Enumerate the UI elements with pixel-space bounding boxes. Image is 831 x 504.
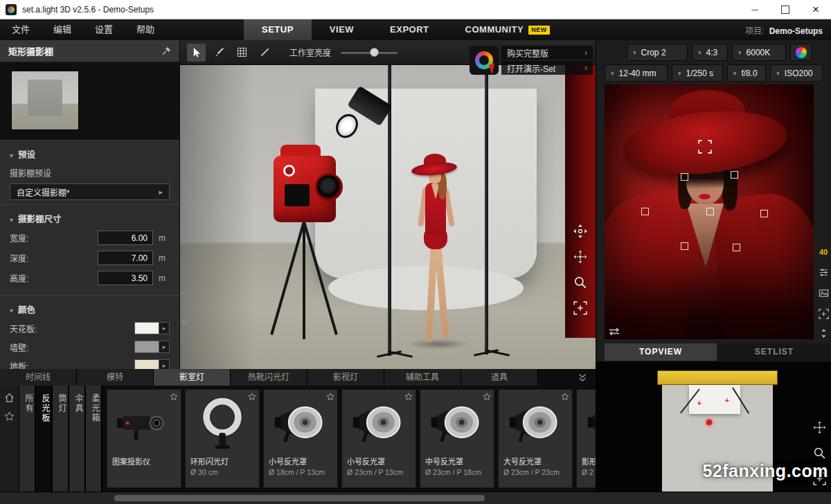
library-item[interactable]: 图案投影仪 bbox=[107, 389, 181, 488]
tab-community[interactable]: COMMUNITY NEW bbox=[447, 19, 568, 40]
pin-icon[interactable] bbox=[162, 46, 171, 55]
minimize-button[interactable] bbox=[740, 0, 770, 19]
slider-track[interactable] bbox=[341, 52, 397, 54]
dimensions-section-title[interactable]: 摄影棚尺寸 bbox=[10, 212, 170, 225]
gallery-icon[interactable] bbox=[817, 287, 830, 299]
aperture-dropdown[interactable]: f/8.0 bbox=[727, 64, 766, 82]
favorite-star-icon[interactable] bbox=[404, 393, 413, 401]
favorite-star-icon[interactable] bbox=[561, 393, 569, 401]
tab-export[interactable]: EXPORT bbox=[372, 19, 447, 40]
color-wheel-button[interactable] bbox=[790, 44, 812, 61]
crop-dropdown[interactable]: Crop 2 bbox=[627, 44, 688, 61]
dimensions-section: 摄影棚尺寸 宽度: m 深度: m 高度: m bbox=[0, 204, 179, 295]
presets-section-title[interactable]: 预设 bbox=[10, 147, 170, 161]
tab-models[interactable]: 模特 bbox=[77, 369, 154, 386]
studio-thumbnail[interactable] bbox=[11, 71, 79, 130]
library-item[interactable]: 环形闪光灯 Ø 30 cm bbox=[185, 389, 260, 488]
studio-preset-dropdown[interactable]: 自定义摄影棚* bbox=[10, 183, 170, 200]
measure-tool-button[interactable] bbox=[256, 44, 274, 62]
menu-edit[interactable]: 编辑 bbox=[42, 19, 83, 40]
iso-dropdown[interactable]: ISO200 bbox=[770, 64, 823, 82]
library-item[interactable]: 小号反光罩 Ø 18cm / P 13cm bbox=[263, 389, 338, 488]
maximize-button[interactable] bbox=[770, 0, 801, 19]
menu-settings[interactable]: 设置 bbox=[83, 19, 125, 40]
exposure-sliders-icon[interactable] bbox=[817, 266, 830, 278]
project-label: 项目: bbox=[745, 26, 764, 36]
tab-setlist[interactable]: SETLIST bbox=[718, 343, 830, 361]
depth-input[interactable] bbox=[98, 251, 153, 265]
topview-pan-icon[interactable] bbox=[813, 421, 826, 434]
library-item-grid: 图案投影仪 环形闪光灯 Ø 30 cm 小号反光罩 Ø 18cm / P 13c… bbox=[102, 386, 596, 492]
collapse-library-icon[interactable] bbox=[569, 369, 596, 386]
studio-camera bbox=[267, 141, 357, 342]
3d-scene[interactable] bbox=[180, 65, 596, 369]
floor-color-picker[interactable] bbox=[134, 359, 170, 369]
grid-toggle-button[interactable] bbox=[233, 44, 251, 62]
project-name: Demo-Setups bbox=[769, 26, 823, 36]
tab-speedlights[interactable]: 热靴闪光灯 bbox=[231, 369, 307, 386]
orbit-tool-icon[interactable] bbox=[573, 250, 587, 264]
frame-overlay-icon[interactable] bbox=[817, 307, 830, 320]
aspect-ratio-dropdown[interactable]: 4:3 bbox=[692, 44, 728, 61]
library-item[interactable]: 大号反光罩 Ø 23cm / P 23cm bbox=[498, 389, 573, 488]
viewport-nav bbox=[573, 224, 587, 315]
favorite-star-icon[interactable] bbox=[483, 393, 491, 401]
favorite-star-icon[interactable] bbox=[248, 393, 256, 401]
panel-title: 矩形摄影棚 bbox=[8, 44, 53, 57]
slider-handle[interactable] bbox=[370, 48, 379, 57]
wall-color-picker[interactable] bbox=[134, 341, 170, 353]
home-filter-icon[interactable] bbox=[4, 393, 15, 403]
tab-topview[interactable]: TOPVIEW bbox=[605, 343, 717, 361]
project-indicator: 项目: Demo-Setups bbox=[745, 24, 831, 36]
category-umbrellas[interactable]: 伞具 bbox=[69, 386, 86, 492]
menu-file[interactable]: 文件 bbox=[0, 19, 42, 40]
stepper-arrows-icon[interactable] bbox=[817, 327, 830, 339]
tab-timeline[interactable]: 时间线 bbox=[0, 369, 77, 386]
swap-view-icon[interactable] bbox=[608, 327, 620, 336]
pan-tool-icon[interactable] bbox=[573, 224, 587, 238]
library-item[interactable]: 中号反光罩 Ø 23cm / P 18cm bbox=[420, 389, 494, 488]
tab-tools[interactable]: 辅助工具 bbox=[384, 369, 461, 386]
horizontal-scrollbar[interactable] bbox=[0, 492, 831, 504]
favorite-star-icon[interactable] bbox=[326, 393, 334, 401]
preset-label: 摄影棚预设 bbox=[10, 167, 170, 179]
select-tool-button[interactable] bbox=[187, 44, 206, 62]
colors-section-title[interactable]: 颜色 bbox=[10, 303, 170, 316]
camera-preview[interactable] bbox=[605, 84, 814, 339]
category-all[interactable]: 所有 bbox=[19, 386, 36, 492]
ceiling-color-picker[interactable] bbox=[134, 322, 170, 334]
topview-light-marker bbox=[725, 397, 729, 404]
fit-view-icon[interactable] bbox=[573, 301, 587, 315]
library-item[interactable]: 小号反光罩 Ø 23cm / P 13cm bbox=[341, 389, 416, 488]
category-tubes[interactable]: 筒灯 bbox=[53, 386, 69, 492]
af-point bbox=[641, 208, 649, 215]
open-demo-set-button[interactable]: 打开演示-Set bbox=[501, 61, 593, 75]
library-item[interactable]: 影形反光罩 Ø 2 bbox=[576, 389, 596, 488]
favorite-star-icon[interactable] bbox=[170, 393, 178, 401]
category-reflectors[interactable]: 反光板 bbox=[36, 386, 53, 492]
tab-studio-lights[interactable]: 影室灯 bbox=[154, 369, 231, 386]
promo-overlay: 购买完整版 打开演示-Set bbox=[470, 46, 593, 75]
viewport: 工作室亮度 bbox=[180, 40, 596, 369]
tab-props[interactable]: 道具 bbox=[461, 369, 538, 386]
tab-view[interactable]: VIEW bbox=[312, 19, 372, 40]
close-button[interactable] bbox=[801, 0, 831, 19]
width-input[interactable] bbox=[98, 231, 153, 245]
brush-tool-button[interactable] bbox=[210, 44, 229, 62]
ceiling-label: 天花板: bbox=[10, 323, 37, 334]
tab-continuous-lights[interactable]: 影视灯 bbox=[307, 369, 384, 386]
menu-help[interactable]: 帮助 bbox=[125, 19, 166, 40]
height-input[interactable] bbox=[98, 271, 153, 285]
scrollbar-thumb[interactable] bbox=[114, 495, 485, 501]
white-balance-dropdown[interactable]: 6000K bbox=[732, 44, 786, 61]
buy-full-version-button[interactable]: 购买完整版 bbox=[501, 46, 593, 60]
collapse-left-panel-button[interactable] bbox=[181, 316, 188, 328]
topview-zoom-icon[interactable] bbox=[813, 447, 826, 460]
lens-dropdown[interactable]: 12-40 mm bbox=[605, 64, 668, 82]
studio-brightness-slider[interactable] bbox=[341, 44, 397, 62]
category-softboxes[interactable]: 柔光箱 bbox=[86, 386, 102, 492]
zoom-tool-icon[interactable] bbox=[573, 276, 587, 289]
tab-setup[interactable]: SETUP bbox=[244, 19, 312, 40]
favorites-filter-icon[interactable] bbox=[4, 411, 15, 422]
shutter-speed-dropdown[interactable]: 1/250 s bbox=[672, 64, 723, 82]
